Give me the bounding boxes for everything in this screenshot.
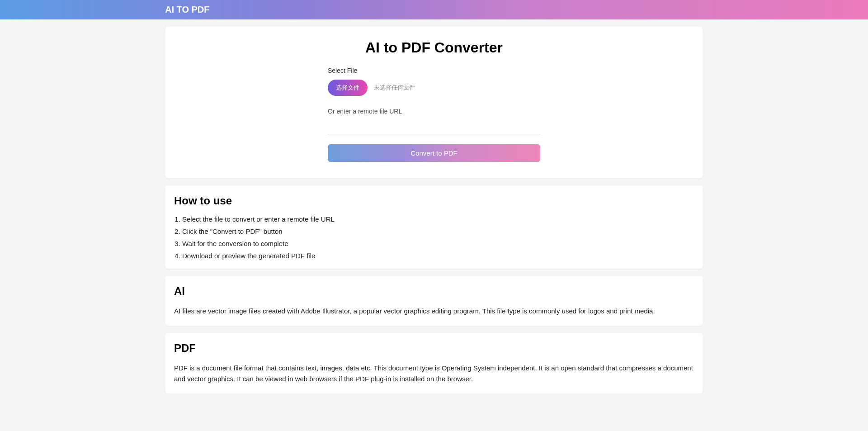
- howto-step: Click the "Convert to PDF" button: [182, 227, 694, 235]
- howto-step: Wait for the conversion to complete: [182, 240, 694, 247]
- ai-info-desc: AI files are vector image files created …: [174, 306, 694, 317]
- ai-info-card: AI AI files are vector image files creat…: [165, 276, 703, 326]
- howto-steps: Select the file to convert or enter a re…: [174, 215, 694, 260]
- howto-title: How to use: [174, 194, 694, 207]
- remote-url-input[interactable]: [328, 119, 540, 134]
- file-status-text: 未选择任何文件: [374, 84, 415, 92]
- pdf-info-desc: PDF is a document file format that conta…: [174, 363, 694, 384]
- converter-form: Select File 选择文件 未选择任何文件 Or enter a remo…: [328, 67, 540, 162]
- header-bar: AI TO PDF: [0, 0, 868, 19]
- choose-file-button[interactable]: 选择文件: [328, 80, 368, 96]
- howto-step: Select the file to convert or enter a re…: [182, 215, 694, 223]
- converter-card: AI to PDF Converter Select File 选择文件 未选择…: [165, 27, 703, 178]
- pdf-info-title: PDF: [174, 342, 694, 355]
- brand-logo: AI TO PDF: [165, 5, 210, 14]
- pdf-info-card: PDF PDF is a document file format that c…: [165, 333, 703, 393]
- remote-url-label: Or enter a remote file URL: [328, 108, 540, 115]
- file-input-row: 选择文件 未选择任何文件: [328, 80, 540, 96]
- howto-card: How to use Select the file to convert or…: [165, 185, 703, 269]
- ai-info-title: AI: [174, 285, 694, 298]
- howto-step: Download or preview the generated PDF fi…: [182, 252, 694, 260]
- convert-button[interactable]: Convert to PDF: [328, 144, 540, 162]
- select-file-label: Select File: [328, 67, 540, 74]
- page-title: AI to PDF Converter: [174, 39, 694, 56]
